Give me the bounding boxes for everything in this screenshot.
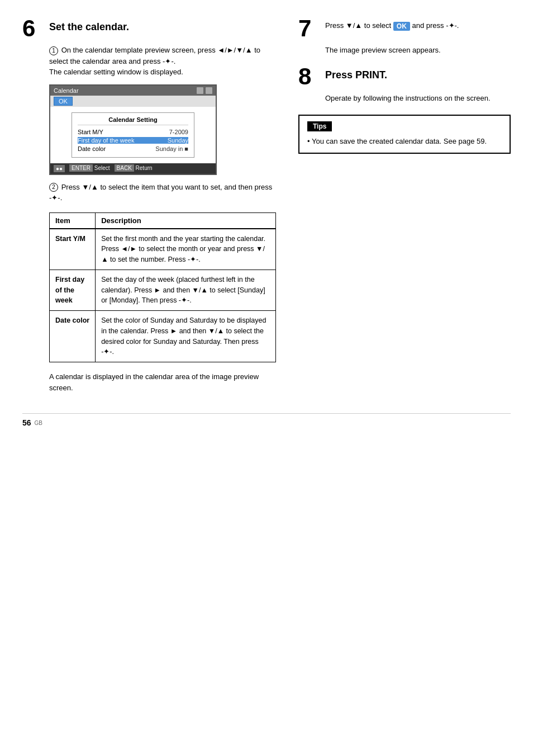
step7-sub: The image preview screen appears. bbox=[325, 45, 511, 56]
page-locale: GB bbox=[35, 420, 42, 426]
cal-row-datecolor: Date color Sunday in ■ bbox=[78, 145, 188, 152]
step7-number: 7 bbox=[298, 17, 318, 40]
circle-2: 2 bbox=[49, 183, 58, 192]
right-column: 7 Press ▼/▲ to select OK and press -✦-. … bbox=[298, 17, 511, 396]
tips-bullet: • You can save the created calendar data… bbox=[307, 137, 487, 145]
desc-startym: Set the first month and the year startin… bbox=[96, 229, 276, 270]
cal-titlebar: Calendar bbox=[50, 86, 216, 96]
cal-setting-title: Calendar Setting bbox=[78, 116, 188, 125]
table-row: Start Y/M Set the first month and the ye… bbox=[50, 229, 276, 270]
item-datecolor: Date color bbox=[50, 311, 96, 362]
cal-close-icon bbox=[206, 87, 212, 94]
cal-datecolor-label: Date color bbox=[78, 145, 106, 152]
step8-sub: Operate by following the instructions on… bbox=[325, 93, 511, 104]
table-row: Date color Set the color of Sunday and S… bbox=[50, 311, 276, 362]
cal-minimize-icon bbox=[197, 87, 203, 94]
step7-body: The image preview screen appears. bbox=[325, 45, 511, 56]
page-number: 56 bbox=[22, 418, 31, 427]
table-row: First dayof theweek Set the day of the w… bbox=[50, 270, 276, 310]
calendar-mockup: Calendar OK Calendar Setting Start M/Y 7… bbox=[49, 84, 217, 175]
tips-box: Tips • You can save the created calendar… bbox=[298, 115, 511, 154]
sub1-result: The calendar setting window is displayed… bbox=[49, 68, 183, 76]
sub1-text: On the calendar template preview screen,… bbox=[49, 46, 260, 65]
ok-badge: OK bbox=[393, 22, 410, 31]
step8-header: 8 Press PRINT. bbox=[298, 65, 511, 88]
cal-titlebar-icons bbox=[197, 87, 212, 94]
col-header-description: Description bbox=[96, 212, 276, 229]
cal-ok-bar: OK bbox=[50, 96, 216, 107]
cal-row-firstday: First day of the week Sunday bbox=[78, 137, 188, 144]
sub-step-1: 1 On the calendar template preview scree… bbox=[49, 45, 276, 78]
info-table: Item Description Start Y/M Set the first… bbox=[49, 212, 276, 363]
step7-header: 7 Press ▼/▲ to select OK and press -✦-. bbox=[298, 17, 511, 40]
step6-body: 1 On the calendar template preview scree… bbox=[49, 45, 276, 393]
cal-content: Calendar Setting Start M/Y 7-2009 First … bbox=[50, 107, 216, 163]
cal-title-text: Calendar bbox=[54, 87, 79, 94]
tips-header: Tips bbox=[307, 121, 332, 131]
page-footer: 56 GB bbox=[22, 413, 511, 427]
step8-number: 8 bbox=[298, 65, 318, 88]
step6-title: Set the calendar. bbox=[49, 21, 129, 33]
col-header-item: Item bbox=[50, 212, 96, 229]
item-firstday: First dayof theweek bbox=[50, 270, 96, 310]
cal-footer-back: BACK Return bbox=[115, 165, 153, 172]
step7-title: Press ▼/▲ to select OK and press -✦-. bbox=[325, 21, 459, 31]
cal-footer-nav: ●● bbox=[54, 165, 65, 172]
cal-ok-button[interactable]: OK bbox=[54, 97, 73, 106]
cal-firstday-value: Sunday bbox=[168, 137, 188, 144]
step6-header: 6 Set the calendar. bbox=[22, 17, 276, 40]
cal-startmy-label: Start M/Y bbox=[78, 129, 103, 135]
cal-datecolor-value: Sunday in ■ bbox=[155, 145, 188, 152]
step8-body: Operate by following the instructions on… bbox=[325, 93, 511, 104]
desc-datecolor: Set the color of Sunday and Saturday to … bbox=[96, 311, 276, 362]
circle-1: 1 bbox=[49, 46, 58, 55]
step6-number: 6 bbox=[22, 17, 42, 40]
cal-startmy-value: 7-2009 bbox=[169, 129, 188, 135]
step7-text1: Press ▼/▲ to select bbox=[325, 21, 391, 30]
left-column: 6 Set the calendar. 1 On the calendar te… bbox=[22, 17, 276, 396]
step8-title: Press PRINT. bbox=[325, 69, 387, 81]
calendar-note: A calendar is displayed in the calendar … bbox=[49, 371, 276, 393]
step8-title-text: Press PRINT. bbox=[325, 69, 387, 81]
sub-step-2: 2 Press ▼/▲ to select the item that you … bbox=[49, 182, 276, 204]
step7-text2: and press -✦-. bbox=[412, 21, 459, 30]
desc-firstday: Set the day of the week (placed furthest… bbox=[96, 270, 276, 310]
tips-body: • You can save the created calendar data… bbox=[307, 136, 502, 147]
sub2-text: Press ▼/▲ to select the item that you wa… bbox=[49, 183, 272, 202]
item-startym: Start Y/M bbox=[50, 229, 96, 270]
cal-footer-enter: ENTER Select bbox=[69, 165, 110, 172]
cal-row-startmy: Start M/Y 7-2009 bbox=[78, 129, 188, 135]
cal-setting-box: Calendar Setting Start M/Y 7-2009 First … bbox=[72, 112, 194, 158]
cal-footer: ●● ENTER Select BACK Return bbox=[50, 163, 216, 174]
cal-firstday-label: First day of the week bbox=[78, 137, 135, 144]
